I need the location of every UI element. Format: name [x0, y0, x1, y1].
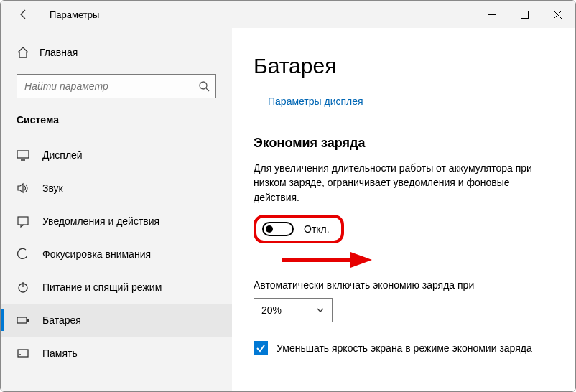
sidebar-item-power[interactable]: Питание и спящий режим — [1, 271, 232, 304]
titlebar: Параметры — [1, 1, 575, 28]
focus-icon — [17, 248, 29, 261]
svg-point-12 — [19, 354, 21, 355]
section-heading: Экономия заряда — [254, 136, 559, 151]
section-description: Для увеличения длительности работы от ак… — [254, 161, 555, 205]
minimize-button[interactable] — [475, 4, 508, 25]
sound-icon — [17, 182, 29, 195]
sidebar-item-label: Фокусировка внимания — [42, 248, 151, 260]
svg-rect-1 — [521, 11, 528, 18]
page-title: Батарея — [254, 54, 559, 78]
svg-marker-14 — [350, 252, 372, 268]
sidebar-home[interactable]: Главная — [1, 38, 232, 67]
arrow-left-icon — [18, 9, 29, 20]
sidebar-item-notifications[interactable]: Уведомления и действия — [1, 205, 232, 238]
main-panel: Батарея Параметры дисплея Экономия заряд… — [232, 28, 575, 391]
svg-point-2 — [200, 82, 207, 89]
display-settings-link[interactable]: Параметры дисплея — [268, 95, 363, 107]
display-icon — [17, 149, 29, 162]
minimize-icon — [488, 11, 496, 19]
brightness-checkbox[interactable] — [254, 341, 268, 355]
svg-rect-11 — [18, 350, 28, 357]
svg-rect-9 — [17, 317, 27, 323]
storage-icon — [17, 347, 29, 360]
check-icon — [256, 343, 266, 353]
sidebar-item-label: Звук — [42, 182, 63, 194]
search-input[interactable] — [24, 80, 198, 92]
svg-line-3 — [206, 88, 209, 91]
annotation-arrow — [254, 251, 559, 272]
select-value: 20% — [261, 304, 282, 316]
window-title: Параметры — [50, 9, 99, 20]
close-icon — [554, 11, 562, 19]
auto-on-select[interactable]: 20% — [254, 298, 333, 322]
toggle-state-label: Откл. — [304, 223, 330, 235]
battery-saver-toggle[interactable] — [262, 222, 294, 236]
sidebar: Главная Система Дисплей Звук Уведомления… — [1, 28, 232, 391]
sidebar-item-label: Память — [42, 347, 78, 359]
battery-saver-toggle-highlight: Откл. — [254, 215, 344, 243]
brightness-checkbox-row[interactable]: Уменьшать яркость экрана в режиме эконом… — [254, 341, 559, 355]
sidebar-item-label: Дисплей — [42, 149, 83, 161]
sidebar-item-label: Питание и спящий режим — [42, 281, 162, 293]
sidebar-item-label: Батарея — [42, 314, 81, 326]
back-button[interactable] — [11, 1, 37, 27]
close-button[interactable] — [541, 4, 574, 25]
sidebar-item-sound[interactable]: Звук — [1, 172, 232, 205]
maximize-icon — [521, 11, 529, 19]
battery-icon — [17, 314, 29, 327]
svg-rect-10 — [27, 319, 29, 322]
brightness-checkbox-label: Уменьшать яркость экрана в режиме эконом… — [277, 342, 532, 354]
chevron-down-icon — [316, 306, 325, 314]
sidebar-item-battery[interactable]: Батарея — [1, 304, 232, 337]
sidebar-item-label: Уведомления и действия — [42, 215, 159, 227]
sidebar-item-focus[interactable]: Фокусировка внимания — [1, 238, 232, 271]
svg-rect-4 — [17, 151, 29, 158]
home-icon — [17, 46, 29, 59]
search-box[interactable] — [17, 74, 216, 98]
sidebar-section-label: Система — [1, 103, 232, 134]
sidebar-item-display[interactable]: Дисплей — [1, 139, 232, 172]
maximize-button[interactable] — [508, 4, 541, 25]
notifications-icon — [17, 215, 29, 228]
sidebar-home-label: Главная — [40, 47, 78, 58]
sidebar-item-storage[interactable]: Память — [1, 337, 232, 370]
auto-on-label: Автоматически включать экономию заряда п… — [254, 279, 559, 291]
power-icon — [17, 281, 29, 294]
svg-rect-6 — [18, 217, 28, 225]
search-icon — [198, 80, 210, 92]
